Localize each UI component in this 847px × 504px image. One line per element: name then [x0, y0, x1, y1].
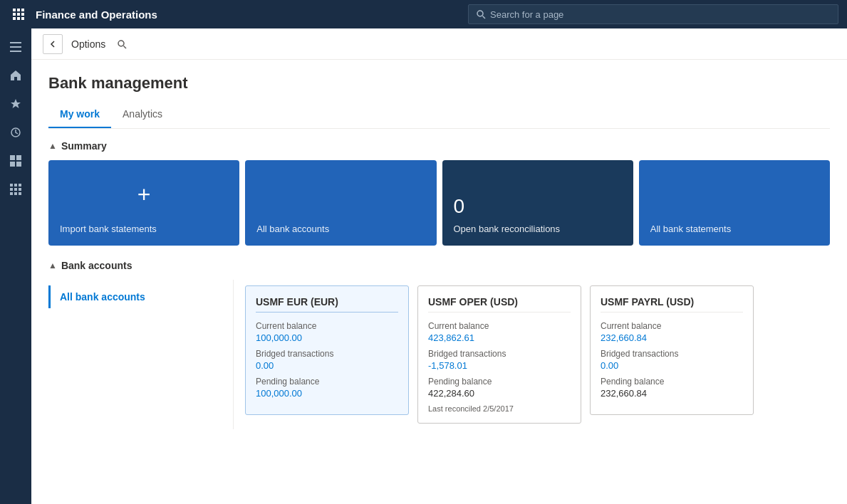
usmf-payrl-pending-label: Pending balance	[601, 377, 743, 387]
page-title: Bank management	[48, 74, 830, 93]
svg-rect-24	[19, 188, 21, 191]
tile-all-accounts-label: All bank accounts	[256, 224, 425, 234]
svg-rect-25	[10, 192, 13, 195]
usmf-eur-current-balance-value: 100,000.00	[256, 332, 398, 343]
svg-rect-0	[13, 9, 16, 11]
usmf-oper-pending-label: Pending balance	[428, 377, 571, 387]
summary-tiles: + Import bank statements All bank accoun…	[48, 160, 830, 246]
grid-icon[interactable]	[9, 4, 28, 24]
usmf-eur-current-balance-label: Current balance	[256, 321, 398, 331]
usmf-eur-pending: Pending balance 100,000.00	[256, 377, 398, 399]
tile-reconciliation-label: Open bank reconciliations	[454, 224, 622, 234]
svg-rect-2	[21, 9, 24, 11]
usmf-oper-current-balance-label: Current balance	[428, 321, 571, 331]
tile-all-bank-statements[interactable]: All bank statements	[639, 160, 830, 246]
nav-all-bank-accounts[interactable]: All bank accounts	[48, 285, 233, 308]
usmf-payrl-current-balance: Current balance 232,660.84	[601, 321, 743, 343]
svg-rect-8	[21, 17, 24, 20]
sidebar-modules-icon[interactable]	[3, 177, 28, 202]
svg-rect-4	[17, 13, 20, 16]
options-label: Options	[71, 38, 105, 50]
bank-accounts-collapse-icon: ▲	[48, 261, 57, 271]
account-card-usmf-eur[interactable]: USMF EUR (EUR) Current balance 100,000.0…	[245, 285, 409, 415]
app-title: Finance and Operations	[36, 9, 461, 21]
tile-import-label: Import bank statements	[60, 224, 228, 234]
usmf-oper-last-reconciled: Last reconciled 2/5/2017	[428, 404, 571, 413]
svg-rect-16	[16, 155, 21, 160]
usmf-payrl-title: USMF PAYRL (USD)	[601, 296, 743, 313]
usmf-payrl-current-balance-label: Current balance	[601, 321, 743, 331]
usmf-eur-pending-value: 100,000.00	[256, 388, 398, 399]
usmf-payrl-current-balance-value: 232,660.84	[601, 332, 743, 343]
options-search-icon[interactable]	[117, 39, 127, 49]
account-cards-container: USMF EUR (EUR) Current balance 100,000.0…	[234, 280, 830, 429]
sidebar	[0, 28, 31, 504]
svg-rect-21	[19, 184, 21, 187]
svg-rect-1	[17, 9, 20, 11]
svg-rect-3	[13, 13, 16, 16]
svg-rect-7	[17, 17, 20, 20]
usmf-oper-current-balance-value: 423,862.61	[428, 332, 571, 343]
svg-rect-5	[21, 13, 24, 16]
account-card-usmf-payrl[interactable]: USMF PAYRL (USD) Current balance 232,660…	[590, 285, 754, 415]
tab-my-work[interactable]: My work	[48, 103, 111, 128]
back-button[interactable]	[43, 34, 63, 54]
sidebar-favorites-icon[interactable]	[3, 91, 28, 117]
search-placeholder: Search for a page	[490, 9, 563, 20]
tile-reconciliation-value: 0	[454, 195, 622, 218]
global-search[interactable]: Search for a page	[468, 4, 838, 24]
svg-rect-12	[10, 46, 21, 48]
usmf-oper-bridged-label: Bridged transactions	[428, 349, 571, 359]
layout: Options Bank management My work Analytic…	[0, 28, 847, 504]
svg-point-28	[118, 41, 124, 46]
bank-accounts-header[interactable]: ▲ Bank accounts	[48, 260, 830, 271]
usmf-payrl-pending-value: 232,660.84	[601, 388, 743, 399]
tile-statements-label: All bank statements	[650, 224, 819, 234]
svg-rect-26	[14, 192, 17, 195]
svg-rect-15	[10, 155, 15, 160]
svg-rect-6	[13, 17, 16, 20]
svg-rect-17	[10, 162, 15, 167]
svg-rect-20	[14, 184, 17, 187]
bank-accounts-sidebar: All bank accounts	[48, 280, 234, 429]
svg-rect-13	[10, 51, 21, 52]
usmf-eur-bridged-label: Bridged transactions	[256, 349, 398, 359]
svg-rect-19	[10, 184, 13, 187]
usmf-payrl-bridged: Bridged transactions 0.00	[601, 349, 743, 371]
bank-accounts-section: ▲ Bank accounts All bank accounts USMF E…	[48, 260, 830, 429]
usmf-eur-bridged-value: 0.00	[256, 360, 398, 371]
summary-header[interactable]: ▲ Summary	[48, 140, 830, 152]
usmf-payrl-bridged-label: Bridged transactions	[601, 349, 743, 359]
tile-import-bank-statements[interactable]: + Import bank statements	[48, 160, 239, 246]
tile-open-reconciliations[interactable]: 0 Open bank reconciliations	[442, 160, 633, 246]
top-nav: Finance and Operations Search for a page	[0, 0, 847, 28]
summary-section: ▲ Summary + Import bank statements All b…	[48, 140, 830, 246]
page-content: Bank management My work Analytics ▲ Summ…	[31, 60, 847, 443]
account-card-usmf-oper[interactable]: USMF OPER (USD) Current balance 423,862.…	[417, 285, 581, 424]
options-bar: Options	[31, 28, 847, 60]
tabs: My work Analytics	[48, 103, 830, 129]
svg-rect-18	[16, 162, 21, 167]
usmf-eur-pending-label: Pending balance	[256, 377, 398, 387]
svg-line-29	[124, 46, 127, 48]
collapse-icon: ▲	[48, 141, 57, 151]
usmf-eur-title: USMF EUR (EUR)	[256, 296, 398, 313]
usmf-oper-pending: Pending balance 422,284.60	[428, 377, 571, 399]
svg-rect-22	[10, 188, 13, 191]
svg-line-10	[483, 16, 486, 19]
usmf-payrl-pending: Pending balance 232,660.84	[601, 377, 743, 399]
sidebar-workspaces-icon[interactable]	[3, 148, 28, 174]
usmf-payrl-bridged-value: 0.00	[601, 360, 743, 371]
svg-rect-11	[10, 42, 21, 43]
sidebar-home-icon[interactable]	[3, 63, 28, 88]
usmf-oper-bridged: Bridged transactions -1,578.01	[428, 349, 571, 371]
sidebar-recent-icon[interactable]	[3, 120, 28, 145]
tab-analytics[interactable]: Analytics	[111, 103, 174, 128]
plus-icon: +	[60, 172, 228, 218]
usmf-oper-title: USMF OPER (USD)	[428, 296, 571, 313]
tile-all-bank-accounts[interactable]: All bank accounts	[245, 160, 436, 246]
bank-accounts-label: Bank accounts	[61, 260, 132, 271]
sidebar-menu-icon[interactable]	[3, 34, 28, 60]
usmf-oper-pending-value: 422,284.60	[428, 388, 571, 399]
main-content: Options Bank management My work Analytic…	[31, 28, 847, 504]
